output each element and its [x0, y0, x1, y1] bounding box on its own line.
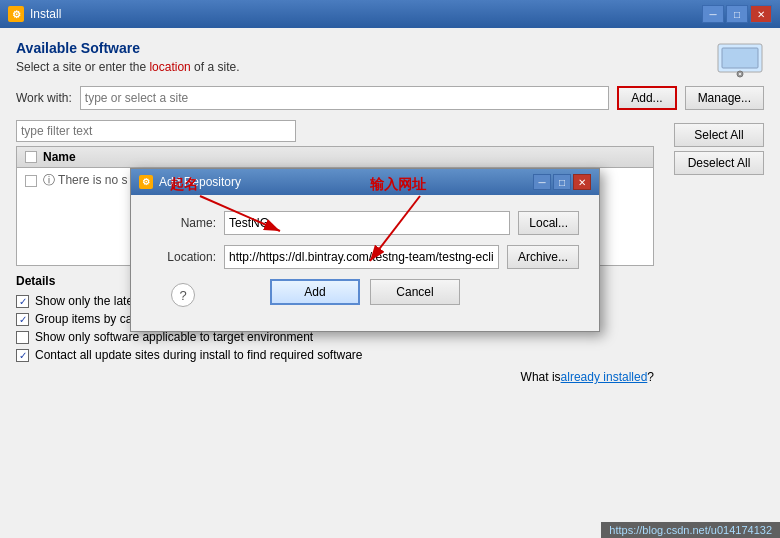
- name-input[interactable]: [224, 211, 510, 235]
- right-buttons: Select All Deselect All: [674, 123, 764, 175]
- checkbox-row-3: Show only software applicable to target …: [16, 330, 764, 344]
- dialog-controls: ─ □ ✕: [533, 174, 591, 190]
- section-title: Available Software: [16, 40, 764, 56]
- local-button[interactable]: Local...: [518, 211, 579, 235]
- checkbox-contact-sites[interactable]: [16, 349, 29, 362]
- deselect-all-button[interactable]: Deselect All: [674, 151, 764, 175]
- app-icon: ⚙: [8, 6, 24, 22]
- filter-row: [16, 120, 764, 142]
- svg-point-3: [739, 73, 741, 75]
- dialog-title: Add Repository: [159, 175, 241, 189]
- checkbox-show-latest[interactable]: [16, 295, 29, 308]
- dialog-title-bar: ⚙ Add Repository ─ □ ✕: [131, 169, 599, 195]
- table-header: Name: [17, 147, 653, 168]
- window-title: Install: [30, 7, 61, 21]
- already-installed-link[interactable]: already installed: [561, 370, 648, 384]
- dialog-close[interactable]: ✕: [573, 174, 591, 190]
- work-with-row: Work with: Add... Manage...: [16, 86, 764, 110]
- name-field-row: Name: Local...: [151, 211, 579, 235]
- dialog-minimize[interactable]: ─: [533, 174, 551, 190]
- svg-rect-1: [722, 48, 758, 68]
- location-input[interactable]: [224, 245, 499, 269]
- close-button[interactable]: ✕: [750, 5, 772, 23]
- minimize-button[interactable]: ─: [702, 5, 724, 23]
- dialog-icon: ⚙: [139, 175, 153, 189]
- manage-button[interactable]: Manage...: [685, 86, 764, 110]
- help-button[interactable]: ?: [171, 283, 195, 307]
- checkbox-row-4: Contact all update sites during install …: [16, 348, 764, 362]
- dialog-body: Name: Local... Location: Archive... ? Ad…: [131, 195, 599, 331]
- archive-button[interactable]: Archive...: [507, 245, 579, 269]
- name-label: Name:: [151, 216, 216, 230]
- title-bar: ⚙ Install ─ □ ✕: [0, 0, 780, 28]
- work-with-input[interactable]: [80, 86, 609, 110]
- bottom-row: What is already installed ?: [16, 370, 654, 384]
- header-checkbox[interactable]: [25, 151, 37, 163]
- location-field-row: Location: Archive...: [151, 245, 579, 269]
- dialog-footer: Add Cancel: [151, 279, 579, 313]
- main-content: Available Software Select a site or ente…: [0, 28, 780, 538]
- dialog-cancel-button[interactable]: Cancel: [370, 279, 460, 305]
- cd-icon: [716, 38, 764, 78]
- select-all-button[interactable]: Select All: [674, 123, 764, 147]
- url-bar: https://blog.csdn.net/u014174132: [601, 522, 780, 538]
- checkbox-target-env[interactable]: [16, 331, 29, 344]
- window-controls: ─ □ ✕: [702, 5, 772, 23]
- dialog-maximize[interactable]: □: [553, 174, 571, 190]
- location-label: Location:: [151, 250, 216, 264]
- section-desc: Select a site or enter the location of a…: [16, 60, 764, 74]
- checkbox-group-items[interactable]: [16, 313, 29, 326]
- dialog-add-button[interactable]: Add: [270, 279, 360, 305]
- add-button[interactable]: Add...: [617, 86, 676, 110]
- work-with-label: Work with:: [16, 91, 72, 105]
- maximize-button[interactable]: □: [726, 5, 748, 23]
- row-checkbox[interactable]: [25, 175, 37, 187]
- filter-input[interactable]: [16, 120, 296, 142]
- add-repository-dialog: ⚙ Add Repository ─ □ ✕ Name: Local... Lo…: [130, 168, 600, 332]
